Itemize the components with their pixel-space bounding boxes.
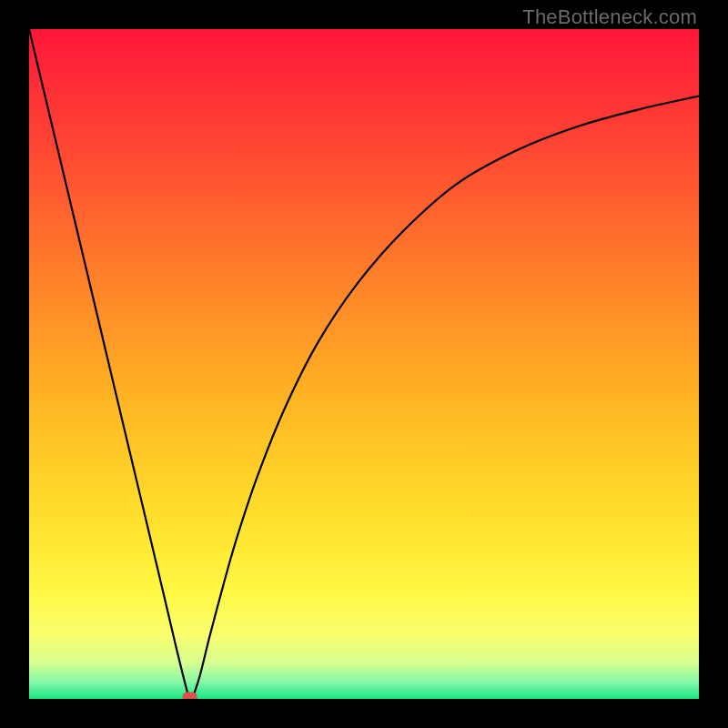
chart-frame: TheBottleneck.com xyxy=(0,0,728,728)
optimal-point-marker xyxy=(183,693,197,700)
chart-svg xyxy=(29,29,699,699)
watermark-label: TheBottleneck.com xyxy=(522,5,697,29)
gradient-background xyxy=(29,29,699,699)
plot-area xyxy=(29,29,699,699)
